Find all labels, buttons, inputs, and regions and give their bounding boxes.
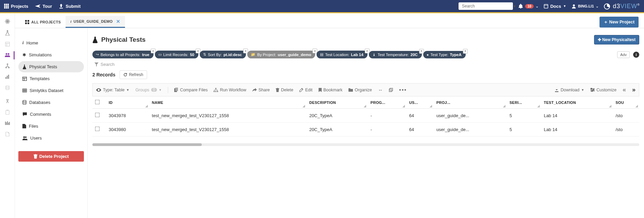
select-all-checkbox[interactable] (95, 100, 100, 105)
horizontal-scrollbar[interactable] (92, 143, 639, 146)
col-header[interactable]: TEST_LOCATION◢ (541, 96, 613, 109)
col-header[interactable]: PROG...◢ (368, 96, 407, 109)
copy-button[interactable] (389, 88, 393, 92)
customize-button[interactable]: Customize (590, 88, 616, 92)
col-header[interactable]: US...◢ (407, 96, 434, 109)
resize-handle-icon[interactable]: ◢ (503, 104, 505, 108)
col-header[interactable]: DESCRIPTION◢ (307, 96, 368, 109)
tab-all-projects[interactable]: ALL PROJECTS (20, 17, 66, 27)
new-physicaltest-button[interactable]: ✚ New Physicaltest (594, 35, 639, 44)
col-header[interactable]: PROJ...◢ (434, 96, 507, 109)
notifications[interactable]: 10 ⌄ (518, 4, 538, 8)
filter-chip[interactable]: ⇅Sort By: pt.id:desc× (200, 51, 246, 58)
data-table: ID◢NAME◢DESCRIPTION◢PROG...◢US...◢PROJ..… (92, 96, 639, 137)
more-button[interactable]: ••• (399, 87, 407, 93)
table-row[interactable]: 3043980test_new_merged_test_V230127_1558… (92, 123, 639, 137)
rail-doc-icon[interactable] (5, 132, 10, 137)
row-checkbox[interactable] (95, 113, 100, 117)
resize-handle-icon[interactable]: ◢ (364, 104, 366, 108)
sidebar-item-physical-tests[interactable]: Physical Tests (18, 61, 84, 72)
run-workflow-button[interactable]: Run Workflow (214, 88, 246, 92)
edit-button[interactable]: Edit (299, 88, 312, 92)
share-button[interactable]: Share (252, 88, 270, 92)
scrollbar-thumb[interactable] (92, 143, 202, 146)
caret-down-icon[interactable]: ▼ (513, 4, 516, 8)
close-tab-icon[interactable]: ✕ (116, 19, 120, 24)
filter-chip[interactable]: ●Test Type: TypeA× (423, 51, 466, 58)
nav-projects[interactable]: Projects (4, 4, 28, 9)
resize-handle-icon[interactable]: ◢ (636, 104, 638, 108)
row-checkbox[interactable] (95, 127, 100, 131)
filter-chip[interactable]: 🌡Test Temperature: 20C× (369, 51, 422, 58)
sidebar-item-templates[interactable]: Templates (18, 73, 84, 84)
upload-icon (59, 4, 64, 8)
nav-tour[interactable]: Tour (35, 4, 52, 9)
sidebar-item-databases[interactable]: Databases (18, 97, 84, 108)
sidebar-item-comments[interactable]: Comments (18, 109, 84, 120)
refresh-button[interactable]: Refresh (120, 70, 147, 79)
col-header[interactable]: ID◢ (106, 96, 149, 109)
svg-rect-32 (6, 122, 7, 125)
chip-icon: 📁 (251, 52, 255, 57)
nav-user[interactable]: BING.LI1 ⌄ (572, 4, 598, 8)
resize-handle-icon[interactable]: ◢ (537, 104, 540, 108)
chip-close-icon[interactable]: × (196, 49, 200, 53)
global-search[interactable]: ▼ (459, 2, 513, 10)
chip-label: Sort By: (208, 53, 222, 57)
delete-project-button[interactable]: Delete Project (18, 151, 84, 162)
adv-button[interactable]: Adv (617, 51, 630, 58)
delete-button[interactable]: Delete (276, 88, 293, 92)
download-dropdown[interactable]: Download ▼ (555, 88, 584, 92)
info-tooltip-icon[interactable]: i (633, 52, 639, 58)
sidebar-item-simlytiks[interactable]: Simlytiks Dataset (18, 85, 84, 96)
resize-handle-icon[interactable]: ◢ (145, 104, 148, 108)
col-checkbox[interactable] (92, 96, 106, 109)
resize-h-button[interactable]: ↔ (378, 87, 383, 93)
rail-tree-icon[interactable] (5, 63, 10, 68)
table-row[interactable]: 3043978test_new_merged_test_V230127_1558… (92, 109, 639, 123)
rail-database-icon[interactable] (5, 85, 10, 90)
resize-handle-icon[interactable]: ◢ (303, 104, 305, 108)
new-project-button[interactable]: ＋ New Project (600, 17, 639, 28)
page-next-button[interactable]: » (632, 86, 636, 93)
filter-search-row[interactable]: Search (92, 60, 639, 68)
resize-handle-icon[interactable]: ◢ (609, 104, 611, 108)
chip-close-icon[interactable]: × (151, 49, 156, 53)
col-header[interactable]: SERI...◢ (507, 96, 541, 109)
bookmark-button[interactable]: Bookmark (319, 88, 342, 92)
rail-flask-icon[interactable] (5, 30, 10, 36)
rail-compass-icon[interactable] (5, 99, 10, 104)
sidebar-item-simulations[interactable]: ✱ Simulations (18, 49, 84, 60)
nav-submit[interactable]: Submit (59, 4, 80, 9)
compare-files-button[interactable]: Compare Files (174, 88, 208, 92)
filter-chip[interactable]: ▭Limit Records: 50× (155, 51, 198, 58)
sidebar-item-users[interactable]: Users (18, 132, 84, 144)
organize-button[interactable]: Organize (348, 88, 372, 92)
sidebar-item-home[interactable]: i Home (18, 37, 84, 49)
tab-current-project[interactable]: i USER_GUIDE_DEMO ✕ (66, 16, 125, 28)
svg-rect-31 (5, 122, 6, 125)
resize-handle-icon[interactable]: ◢ (402, 104, 405, 108)
global-search-input[interactable] (462, 4, 513, 8)
col-header[interactable]: SOU◢ (613, 96, 639, 109)
filter-chip[interactable]: ▤Test Location: Lab 14× (317, 51, 367, 58)
resize-handle-icon[interactable]: ◢ (430, 104, 432, 108)
rail-layout-icon[interactable] (5, 42, 10, 47)
cell-seri: 5 (507, 109, 541, 123)
chip-close-icon[interactable]: × (419, 49, 424, 54)
rail-bars-icon[interactable] (5, 121, 10, 126)
filter-chip[interactable]: ↪Belongs to all Projects: true× (92, 51, 154, 58)
nav-docs[interactable]: Docs ▼ (544, 4, 566, 9)
rail-people-icon[interactable] (5, 53, 10, 57)
type-dropdown[interactable]: Type: Table ▼ (96, 88, 129, 92)
filter-chip[interactable]: 📁By Project: user_guide_demo× (247, 51, 315, 58)
rail-atom-icon[interactable] (5, 19, 10, 24)
page-prev-button[interactable]: « (623, 86, 626, 93)
chip-close-icon[interactable]: × (463, 49, 468, 54)
rail-chart-icon[interactable] (5, 74, 10, 79)
chip-close-icon[interactable]: × (365, 49, 370, 53)
rail-clipboard-icon[interactable] (5, 110, 10, 115)
groups-dropdown[interactable]: Groups 0 ▼ (136, 88, 162, 92)
sidebar-item-files[interactable]: Files (18, 121, 84, 132)
col-header[interactable]: NAME◢ (149, 96, 306, 109)
